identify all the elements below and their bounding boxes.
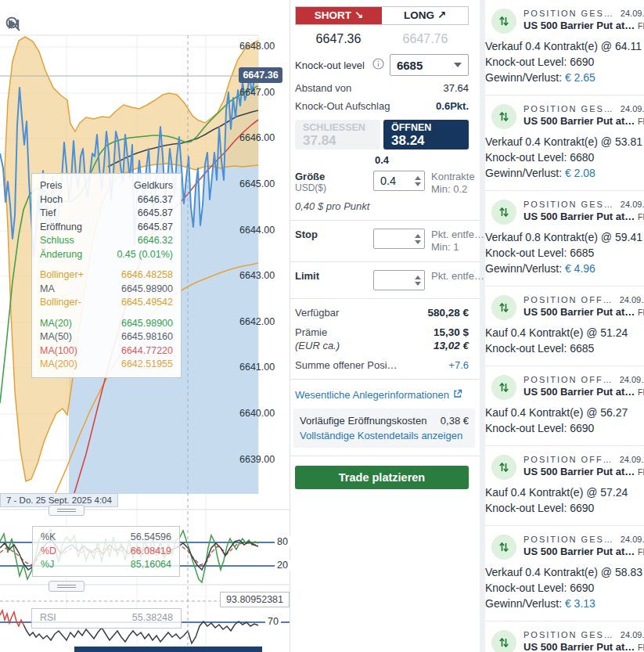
pnl-value: € 4.96 bbox=[565, 262, 595, 275]
instrument-expiry: FEB-2 bbox=[638, 212, 644, 222]
position-detail: Verkauf 0.4 Kontrakt(e) @ 64.11 bbox=[485, 38, 644, 54]
premium-label: Prämie bbox=[295, 326, 327, 338]
rsi-line-overbought bbox=[0, 611, 23, 626]
position-notification[interactable]: POSITION OFF…24.09.202 US 500 Barrier Pu… bbox=[485, 445, 644, 525]
chart-toolbar bbox=[5, 16, 75, 33]
panel-resize-handle[interactable] bbox=[49, 505, 85, 516]
open-button[interactable]: ÖFFNEN38.24 bbox=[383, 120, 469, 149]
instrument-expiry: FEB-2 bbox=[638, 387, 644, 397]
y-axis-label: 6640.00 bbox=[239, 408, 286, 419]
y-axis-label: 6644.00 bbox=[239, 225, 286, 236]
y-axis-label: 6648.00 bbox=[239, 41, 286, 52]
instrument-expiry: FEB-2 bbox=[638, 117, 644, 126]
eur-approx-label: (EUR ca.) bbox=[295, 340, 340, 351]
go-to-latest-icon[interactable] bbox=[58, 16, 75, 33]
instrument-expiry: FEB-2 bbox=[638, 21, 644, 31]
panel-resize-handle[interactable] bbox=[49, 581, 85, 592]
position-notification[interactable]: POSITION GES…24.09.202 US 500 Barrier Pu… bbox=[485, 0, 644, 95]
opening-cost-value: 0,38 € bbox=[441, 415, 469, 427]
position-notification[interactable]: POSITION OFF…24.09.202 US 500 Barrier Pu… bbox=[485, 366, 644, 445]
position-type: POSITION GES… bbox=[523, 200, 614, 209]
size-stepper[interactable] bbox=[415, 176, 421, 186]
position-date: 24.09.202 bbox=[621, 9, 644, 18]
available-label: Verfügbar bbox=[295, 307, 339, 319]
surcharge-label: Knock-Out Aufschlag bbox=[295, 100, 390, 112]
limit-stepper[interactable] bbox=[415, 276, 421, 286]
swap-arrows-icon bbox=[491, 630, 516, 652]
swap-arrows-icon bbox=[491, 375, 516, 400]
size-input[interactable]: 0.4 bbox=[373, 171, 425, 191]
buy-price[interactable]: 6647.76 bbox=[403, 32, 448, 46]
per-point-note: 0,40 $ pro Punkt bbox=[295, 200, 469, 212]
open-positions-sum-label: Summe offener Posi… bbox=[295, 359, 398, 371]
position-detail: Verkauf 0.4 Kontrakt(e) @ 53.81 bbox=[485, 134, 644, 149]
position-date: 24.09.202 bbox=[621, 535, 644, 544]
positions-feed: POSITION GES…24.09.202 US 500 Barrier Pu… bbox=[485, 0, 644, 652]
zoom-in-icon[interactable] bbox=[31, 16, 49, 33]
position-notification[interactable]: POSITION GES…24.09.202 US 500 Barrier Pu… bbox=[485, 525, 644, 621]
knockout-level-label: Knock-out level bbox=[295, 59, 365, 71]
knockout-detail: Knock-out Level: 6685 bbox=[485, 340, 644, 356]
position-type: POSITION GES… bbox=[523, 535, 614, 544]
chart-scrollbar[interactable] bbox=[74, 647, 262, 652]
knockout-detail: Knock-out Level: 6690 bbox=[485, 420, 644, 436]
pnl-line: Gewinn/Verlust: € 4.96 bbox=[485, 261, 644, 276]
limit-input[interactable] bbox=[373, 270, 425, 290]
instrument-expiry: FEB-2 bbox=[638, 643, 644, 652]
kid-link[interactable]: Wesentliche Anlegerinformationen bbox=[295, 389, 469, 401]
position-notification[interactable]: POSITION GES…24.09.202 US 500 Barrier Pu… bbox=[485, 190, 644, 286]
rsi-tooltip: RSI55.38248 bbox=[31, 608, 182, 629]
rsi-level-70: 70 bbox=[265, 616, 281, 627]
place-trade-button[interactable]: Trade platzieren bbox=[295, 466, 469, 489]
position-detail: Kauf 0.4 Kontrakt(e) @ 51.24 bbox=[485, 325, 644, 340]
pnl-line: Gewinn/Verlust: € 2.08 bbox=[485, 165, 644, 181]
cost-details-link[interactable]: Vollständige Kostendetails anzeigen bbox=[300, 430, 469, 441]
instrument-name: US 500 Barrier Put at… bbox=[523, 211, 635, 222]
available-value: 580,28 € bbox=[427, 307, 469, 319]
position-date: 24.09.202 bbox=[621, 630, 644, 639]
info-icon[interactable] bbox=[372, 58, 384, 73]
instrument-name: US 500 Barrier Put at… bbox=[523, 546, 635, 557]
size-currency-label: USD($) bbox=[295, 182, 373, 193]
instrument-expiry: FEB-2 bbox=[638, 547, 644, 557]
position-notification[interactable]: POSITION OFF…24.09.202 US 500 Barrier Pu… bbox=[485, 286, 644, 366]
pnl-line: Gewinn/Verlust: € 2.65 bbox=[485, 70, 644, 85]
y-axis-label: 6645.00 bbox=[239, 178, 286, 189]
position-notification[interactable]: POSITION GES…24.09.202 US 500 Barrier Pu… bbox=[485, 95, 644, 190]
y-axis-label: 6646.00 bbox=[239, 132, 286, 143]
tab-short[interactable]: SHORT ↘ bbox=[296, 7, 382, 24]
tab-long[interactable]: LONG ↗ bbox=[382, 7, 468, 24]
position-size-indicator: 0.4 bbox=[295, 154, 469, 166]
external-link-icon bbox=[453, 389, 462, 401]
surcharge-value: 0.6Pkt. bbox=[436, 100, 469, 112]
current-price-tag: 6647.36 bbox=[239, 67, 282, 83]
price-row: 6647.36 6647.76 bbox=[295, 32, 469, 46]
position-type: POSITION OFF… bbox=[523, 455, 613, 464]
position-notification[interactable]: POSITION GES…24.09.202 US 500 Barrier Pu… bbox=[485, 621, 644, 652]
instrument-expiry: FEB-2 bbox=[638, 308, 644, 317]
y-axis-label: 6647.00 bbox=[239, 87, 286, 98]
pnl-value: € 3.13 bbox=[565, 597, 595, 610]
stop-label: Stop bbox=[295, 229, 373, 240]
rsi-crosshair-value: 93.80952381 bbox=[220, 592, 290, 607]
distance-value: 37.64 bbox=[443, 82, 469, 94]
size-label: Größe bbox=[295, 171, 373, 182]
chevron-down-icon bbox=[454, 63, 462, 67]
close-button[interactable]: SCHLIESSEN37.84 bbox=[295, 120, 380, 149]
stochastic-tooltip: %K56.54596 %D66.08419 %J85.16064 bbox=[32, 526, 180, 577]
knockout-detail: Knock-out Level: 6690 bbox=[485, 54, 644, 70]
sell-price[interactable]: 6647.36 bbox=[316, 32, 362, 46]
swap-arrows-icon bbox=[491, 200, 516, 225]
position-detail: Kauf 0.4 Kontrakt(e) @ 57.24 bbox=[485, 484, 644, 500]
stop-stepper[interactable] bbox=[415, 234, 421, 244]
y-axis-label: 6642.00 bbox=[239, 316, 286, 327]
chart-panel: 6648.00 6647.00 6646.00 6645.00 6644.00 … bbox=[0, 0, 290, 652]
pnl-value: € 2.08 bbox=[565, 167, 595, 179]
instrument-name: US 500 Barrier Put at… bbox=[523, 20, 635, 31]
stop-input[interactable] bbox=[373, 229, 425, 249]
eur-approx-value: 13,02 € bbox=[434, 340, 469, 351]
position-date: 24.09.202 bbox=[621, 200, 644, 209]
instrument-name: US 500 Barrier Put at… bbox=[523, 115, 635, 127]
position-date: 24.09.202 bbox=[620, 295, 644, 304]
knockout-level-select[interactable]: 6685 bbox=[390, 54, 469, 76]
